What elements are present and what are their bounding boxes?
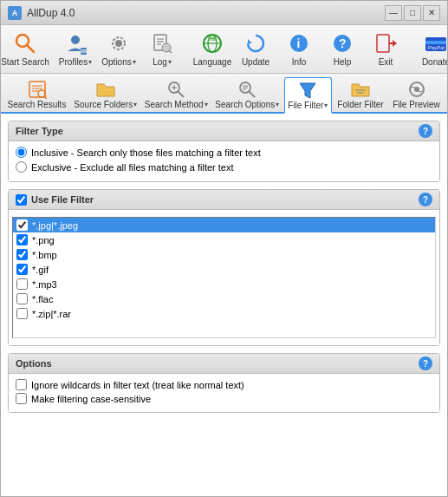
log-arrow: ▾ bbox=[167, 58, 172, 66]
main-content: Filter Type ? Inclusive - Search only th… bbox=[1, 114, 447, 497]
exclusive-radio[interactable] bbox=[16, 161, 27, 173]
title-bar: A AllDup 4.0 — □ ✕ bbox=[1, 1, 447, 25]
filter-type-section: Filter Type ? Inclusive - Search only th… bbox=[8, 121, 440, 182]
search-method-tab[interactable]: Search Method ▾ bbox=[142, 77, 211, 112]
minimize-button[interactable]: — bbox=[385, 5, 402, 21]
app-icon: A bbox=[8, 6, 22, 20]
case-sensitive-row: Make filtering case-sensitive bbox=[16, 393, 432, 404]
donate-button[interactable]: PayPal Donate bbox=[415, 28, 448, 71]
options-help-icon[interactable]: ? bbox=[419, 356, 432, 370]
case-sensitive-label[interactable]: Make filtering case-sensitive bbox=[31, 394, 151, 404]
log-button[interactable]: Log ▾ bbox=[141, 28, 183, 71]
file-checkbox-png[interactable] bbox=[16, 234, 28, 245]
search-options-tab[interactable]: Search Options ▾ bbox=[212, 77, 282, 112]
case-sensitive-checkbox[interactable] bbox=[16, 393, 27, 404]
svg-point-33 bbox=[38, 90, 45, 97]
help-button[interactable]: ? Help bbox=[321, 28, 363, 71]
start-search-icon bbox=[13, 31, 37, 56]
folder-filter-tab[interactable]: Folder Filter bbox=[334, 77, 387, 112]
file-label-png: *.png bbox=[32, 235, 55, 245]
options-title: Options bbox=[16, 358, 52, 369]
ignore-wildcards-checkbox[interactable] bbox=[16, 379, 27, 390]
search-results-icon bbox=[28, 80, 47, 99]
exit-label: Exit bbox=[379, 57, 393, 67]
use-file-filter-checkbox[interactable] bbox=[16, 194, 27, 206]
file-filter-label-row: File Filter ▾ bbox=[288, 101, 328, 110]
svg-line-1 bbox=[27, 45, 34, 52]
file-checkbox-bmp[interactable] bbox=[16, 249, 28, 260]
svg-line-36 bbox=[178, 91, 184, 97]
file-item-zip[interactable]: *.zip|*.rar bbox=[13, 306, 435, 321]
file-checkbox-mp3[interactable] bbox=[16, 278, 28, 290]
donate-icon: PayPal bbox=[424, 31, 448, 56]
file-preview-tab[interactable]: File Preview bbox=[389, 77, 444, 112]
search-results-tab[interactable]: Search Results bbox=[4, 77, 69, 112]
inclusive-radio[interactable] bbox=[16, 147, 27, 158]
exclusive-label[interactable]: Exclusive - Exclude all files matching a… bbox=[31, 162, 234, 173]
info-icon: i bbox=[287, 31, 311, 56]
title-bar-controls: — □ ✕ bbox=[385, 5, 440, 21]
profiles-arrow: ▾ bbox=[88, 58, 92, 66]
file-checkbox-zip[interactable] bbox=[16, 308, 28, 319]
search-options-arrow: ▾ bbox=[275, 101, 279, 108]
filter-type-header: Filter Type ? bbox=[9, 121, 439, 141]
inclusive-label[interactable]: Inclusive - Search only those files matc… bbox=[31, 147, 261, 158]
ignore-wildcards-label[interactable]: Ignore wildcards in filter text (treat l… bbox=[31, 380, 244, 390]
svg-line-40 bbox=[249, 91, 255, 97]
use-file-filter-header: Use File Filter ? bbox=[9, 190, 439, 210]
start-search-button[interactable]: Start Search bbox=[4, 28, 46, 71]
svg-text:Hi: Hi bbox=[210, 36, 216, 42]
app-title: AllDup 4.0 bbox=[27, 7, 75, 19]
file-checkbox-jpg[interactable] bbox=[16, 219, 28, 231]
update-label: Update bbox=[242, 57, 269, 67]
file-checkbox-gif[interactable] bbox=[16, 264, 28, 275]
update-button[interactable]: Update bbox=[235, 28, 276, 71]
help-label: Help bbox=[334, 57, 352, 67]
options-button[interactable]: Options ▾ bbox=[98, 28, 140, 71]
options-arrow: ▾ bbox=[132, 58, 136, 66]
svg-marker-18 bbox=[248, 39, 252, 43]
file-item-bmp[interactable]: *.bmp bbox=[13, 247, 435, 262]
language-button[interactable]: Hi Language bbox=[192, 28, 233, 71]
close-button[interactable]: ✕ bbox=[423, 5, 440, 21]
update-icon bbox=[243, 31, 268, 56]
svg-rect-27 bbox=[425, 41, 446, 44]
profiles-button[interactable]: Profiles ▾ bbox=[55, 28, 96, 71]
svg-text:?: ? bbox=[339, 36, 347, 50]
exit-button[interactable]: Exit bbox=[365, 28, 406, 71]
svg-point-2 bbox=[71, 36, 80, 44]
svg-rect-23 bbox=[377, 35, 389, 52]
file-item-mp3[interactable]: *.mp3 bbox=[13, 277, 435, 291]
search-method-icon bbox=[166, 80, 185, 99]
main-toolbar: Start Search Profiles ▾ Options bbox=[1, 25, 447, 74]
file-item-gif[interactable]: *.gif bbox=[13, 262, 435, 277]
use-file-filter-help-icon[interactable]: ? bbox=[419, 193, 432, 206]
options-header: Options ? bbox=[9, 354, 439, 374]
options-label-row: Options ▾ bbox=[101, 57, 135, 67]
file-checkbox-flac[interactable] bbox=[16, 293, 28, 304]
source-folders-tab[interactable]: Source Folders ▾ bbox=[71, 77, 140, 112]
language-label: Language bbox=[193, 57, 232, 67]
ignore-wildcards-row: Ignore wildcards in filter text (treat l… bbox=[16, 379, 432, 390]
info-label: Info bbox=[292, 57, 307, 67]
maximize-button[interactable]: □ bbox=[404, 5, 421, 21]
info-button[interactable]: i Info bbox=[278, 28, 320, 71]
title-bar-left: A AllDup 4.0 bbox=[8, 6, 75, 20]
use-file-filter-body: *.jpg|*.jpeg *.png *.bmp *.gif bbox=[9, 210, 439, 345]
file-item-flac[interactable]: *.flac bbox=[13, 291, 435, 306]
filter-type-body: Inclusive - Search only those files matc… bbox=[9, 141, 439, 181]
options-section: Options ? Ignore wildcards in filter tex… bbox=[8, 353, 440, 413]
file-item-png[interactable]: *.png bbox=[13, 232, 435, 247]
secondary-toolbar: Search Results Source Folders ▾ Search M… bbox=[1, 74, 447, 114]
filter-type-help-icon[interactable]: ? bbox=[419, 124, 432, 138]
file-label-bmp: *.bmp bbox=[32, 250, 57, 260]
search-options-icon bbox=[237, 80, 256, 99]
file-item-jpg[interactable]: *.jpg|*.jpeg bbox=[13, 218, 435, 232]
inclusive-radio-row: Inclusive - Search only those files matc… bbox=[16, 147, 432, 158]
svg-rect-3 bbox=[81, 48, 87, 55]
folder-filter-icon bbox=[351, 80, 370, 99]
file-label-jpg: *.jpg|*.jpeg bbox=[32, 220, 78, 231]
use-file-filter-label[interactable]: Use File Filter bbox=[16, 194, 94, 206]
file-label-flac: *.flac bbox=[32, 294, 53, 304]
file-filter-tab[interactable]: File Filter ▾ bbox=[284, 77, 332, 114]
